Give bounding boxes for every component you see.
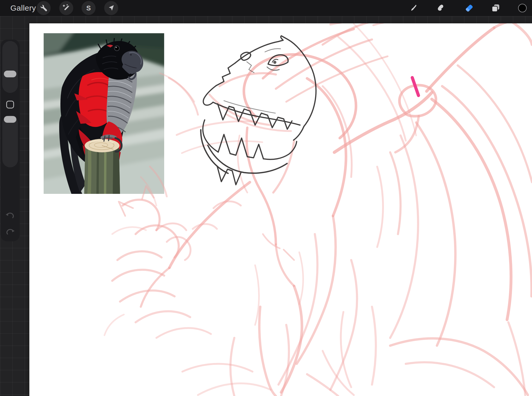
ink-skull-sketch [201, 36, 316, 185]
selection-s-icon: S [83, 2, 94, 14]
procreate-window: Gallery S [0, 0, 532, 396]
eraser-icon [463, 2, 475, 14]
layers-button[interactable] [489, 1, 503, 15]
color-swatch-button[interactable] [515, 1, 529, 15]
modify-button[interactable] [6, 101, 14, 108]
layers-icon [490, 2, 501, 14]
actions-button[interactable] [37, 1, 51, 15]
rough-sketch-strokes [104, 23, 532, 396]
wrench-icon [38, 2, 49, 14]
undo-icon [4, 210, 16, 221]
brush-sidebar [1, 39, 20, 241]
redo-icon [4, 226, 16, 237]
paintbrush-icon [408, 2, 420, 14]
top-toolbar: Gallery S [0, 0, 532, 16]
gallery-button[interactable]: Gallery [10, 0, 36, 16]
paint-tool-button[interactable] [407, 1, 421, 15]
magic-wand-icon [61, 2, 72, 14]
transform-arrow-icon [105, 2, 117, 14]
transform-button[interactable] [104, 1, 118, 15]
adjustments-button[interactable] [59, 1, 73, 15]
redo-button[interactable] [4, 226, 16, 237]
brush-size-slider[interactable] [2, 41, 18, 93]
smudge-tool-button[interactable] [434, 1, 448, 15]
opacity-handle[interactable] [4, 116, 16, 123]
undo-button[interactable] [4, 210, 16, 221]
brush-size-handle[interactable] [4, 71, 16, 77]
drawing-canvas[interactable] [29, 23, 532, 396]
svg-text:S: S [86, 4, 91, 12]
selection-button[interactable]: S [82, 1, 96, 15]
dragon-sketch-layer[interactable] [29, 23, 532, 396]
color-swatch-icon [517, 2, 528, 14]
smudge-finger-icon [435, 2, 447, 14]
opacity-slider[interactable] [2, 115, 18, 167]
erase-tool-button[interactable] [462, 1, 476, 15]
